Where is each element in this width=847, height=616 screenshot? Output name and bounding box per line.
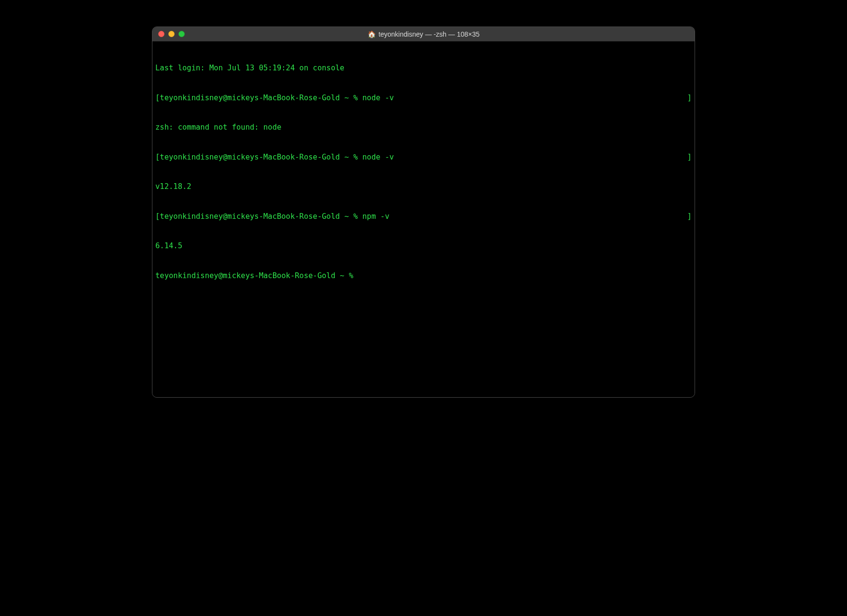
terminal-output: ]	[687, 212, 692, 222]
minimize-icon[interactable]	[168, 31, 175, 37]
window-title: 🏠 teyonkindisney — -zsh — 108×35	[152, 30, 695, 38]
terminal-line: [teyonkindisney@mickeys-MacBook-Rose-Gol…	[155, 212, 692, 222]
terminal-output: ]	[687, 93, 692, 103]
title-bar[interactable]: 🏠 teyonkindisney — -zsh — 108×35	[152, 27, 695, 41]
close-icon[interactable]	[158, 31, 164, 37]
terminal-prompt: [teyonkindisney@mickeys-MacBook-Rose-Gol…	[155, 212, 389, 222]
terminal-line: zsh: command not found: node	[155, 122, 692, 133]
terminal-output: v12.18.2	[155, 182, 191, 192]
terminal-output: 6.14.5	[155, 241, 182, 251]
terminal-line: [teyonkindisney@mickeys-MacBook-Rose-Gol…	[155, 93, 692, 103]
traffic-lights	[158, 31, 185, 37]
terminal-line: [teyonkindisney@mickeys-MacBook-Rose-Gol…	[155, 152, 692, 162]
window-title-text: teyonkindisney — -zsh — 108×35	[379, 30, 480, 38]
terminal-output: Last login: Mon Jul 13 05:19:24 on conso…	[155, 63, 344, 73]
terminal-output: zsh: command not found: node	[155, 122, 281, 133]
terminal-line: v12.18.2	[155, 182, 692, 192]
terminal-prompt-current[interactable]: teyonkindisney@mickeys-MacBook-Rose-Gold…	[155, 271, 362, 281]
terminal-body[interactable]: Last login: Mon Jul 13 05:19:24 on conso…	[152, 41, 695, 397]
home-folder-icon: 🏠	[368, 31, 376, 38]
terminal-line[interactable]: teyonkindisney@mickeys-MacBook-Rose-Gold…	[155, 271, 692, 281]
cursor-icon	[358, 271, 362, 280]
fullscreen-icon[interactable]	[178, 31, 185, 37]
prompt-text: teyonkindisney@mickeys-MacBook-Rose-Gold…	[155, 271, 358, 280]
terminal-output: ]	[687, 152, 692, 162]
terminal-line: Last login: Mon Jul 13 05:19:24 on conso…	[155, 63, 692, 73]
terminal-line: 6.14.5	[155, 241, 692, 251]
terminal-window: 🏠 teyonkindisney — -zsh — 108×35 Last lo…	[152, 27, 695, 398]
terminal-prompt: [teyonkindisney@mickeys-MacBook-Rose-Gol…	[155, 93, 394, 103]
terminal-prompt: [teyonkindisney@mickeys-MacBook-Rose-Gol…	[155, 152, 394, 162]
